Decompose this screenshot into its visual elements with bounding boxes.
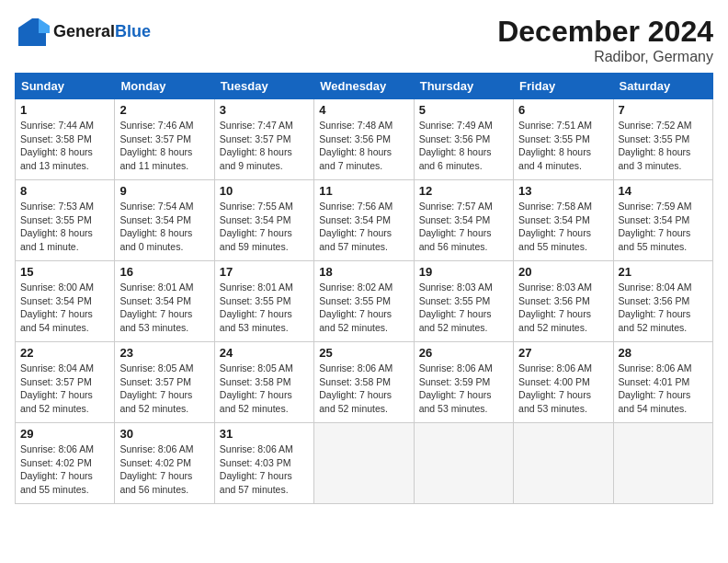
day-info: Sunrise: 8:06 AM Sunset: 4:03 PM Dayligh… xyxy=(220,442,309,497)
day-number: 15 xyxy=(20,265,109,279)
table-cell: 28Sunrise: 8:06 AM Sunset: 4:01 PM Dayli… xyxy=(613,342,712,423)
day-number: 21 xyxy=(619,265,708,279)
day-info: Sunrise: 7:58 AM Sunset: 3:54 PM Dayligh… xyxy=(518,200,608,254)
title-block: December 2024 Radibor, Germany xyxy=(497,15,713,65)
day-number: 23 xyxy=(119,346,209,360)
day-number: 25 xyxy=(319,346,408,360)
day-info: Sunrise: 8:06 AM Sunset: 4:02 PM Dayligh… xyxy=(20,442,109,497)
day-info: Sunrise: 8:06 AM Sunset: 4:02 PM Dayligh… xyxy=(119,442,209,497)
day-info: Sunrise: 8:06 AM Sunset: 4:00 PM Dayligh… xyxy=(518,362,608,416)
day-info: Sunrise: 7:57 AM Sunset: 3:54 PM Dayligh… xyxy=(419,200,508,254)
table-cell: 16Sunrise: 8:01 AM Sunset: 3:54 PM Dayli… xyxy=(115,261,214,342)
table-cell: 17Sunrise: 8:01 AM Sunset: 3:55 PM Dayli… xyxy=(214,261,313,342)
day-info: Sunrise: 8:06 AM Sunset: 3:59 PM Dayligh… xyxy=(419,362,508,416)
table-cell: 30Sunrise: 8:06 AM Sunset: 4:02 PM Dayli… xyxy=(115,423,214,504)
col-monday: Monday xyxy=(115,74,214,99)
calendar-header-row: Sunday Monday Tuesday Wednesday Thursday… xyxy=(16,74,713,99)
table-cell: 14Sunrise: 7:59 AM Sunset: 3:54 PM Dayli… xyxy=(613,180,712,261)
col-sunday: Sunday xyxy=(16,74,115,99)
page-header: GeneralBlue December 2024 Radibor, Germa… xyxy=(15,15,713,65)
table-cell: 7Sunrise: 7:52 AM Sunset: 3:55 PM Daylig… xyxy=(613,99,712,180)
day-number: 8 xyxy=(20,184,109,198)
day-number: 9 xyxy=(119,184,209,198)
table-cell: 31Sunrise: 8:06 AM Sunset: 4:03 PM Dayli… xyxy=(214,423,313,504)
table-cell: 21Sunrise: 8:04 AM Sunset: 3:56 PM Dayli… xyxy=(613,261,712,342)
day-number: 10 xyxy=(220,184,309,198)
day-info: Sunrise: 7:49 AM Sunset: 3:56 PM Dayligh… xyxy=(419,119,508,173)
day-number: 12 xyxy=(419,184,508,198)
day-info: Sunrise: 7:47 AM Sunset: 3:57 PM Dayligh… xyxy=(220,119,309,173)
day-number: 17 xyxy=(220,265,309,279)
calendar-title: December 2024 xyxy=(497,15,713,49)
day-info: Sunrise: 8:04 AM Sunset: 3:57 PM Dayligh… xyxy=(20,362,109,416)
day-number: 22 xyxy=(20,346,109,360)
day-number: 2 xyxy=(119,103,209,117)
table-cell: 8Sunrise: 7:53 AM Sunset: 3:55 PM Daylig… xyxy=(16,180,115,261)
day-number: 19 xyxy=(419,265,508,279)
day-info: Sunrise: 7:44 AM Sunset: 3:58 PM Dayligh… xyxy=(20,119,109,173)
day-info: Sunrise: 7:52 AM Sunset: 3:55 PM Dayligh… xyxy=(619,119,708,173)
table-cell: 15Sunrise: 8:00 AM Sunset: 3:54 PM Dayli… xyxy=(16,261,115,342)
logo-text: GeneralBlue xyxy=(53,23,151,41)
table-cell: 18Sunrise: 8:02 AM Sunset: 3:55 PM Dayli… xyxy=(314,261,414,342)
table-cell: 27Sunrise: 8:06 AM Sunset: 4:00 PM Dayli… xyxy=(514,342,613,423)
day-number: 14 xyxy=(619,184,708,198)
day-info: Sunrise: 8:00 AM Sunset: 3:54 PM Dayligh… xyxy=(20,281,109,335)
day-number: 26 xyxy=(419,346,508,360)
table-cell: 24Sunrise: 8:05 AM Sunset: 3:58 PM Dayli… xyxy=(214,342,313,423)
table-cell: 19Sunrise: 8:03 AM Sunset: 3:55 PM Dayli… xyxy=(414,261,513,342)
day-info: Sunrise: 8:01 AM Sunset: 3:55 PM Dayligh… xyxy=(220,281,309,335)
day-number: 11 xyxy=(319,184,408,198)
day-number: 27 xyxy=(518,346,608,360)
table-cell: 10Sunrise: 7:55 AM Sunset: 3:54 PM Dayli… xyxy=(214,180,313,261)
day-info: Sunrise: 8:03 AM Sunset: 3:55 PM Dayligh… xyxy=(419,281,508,335)
calendar-subtitle: Radibor, Germany xyxy=(497,49,713,65)
svg-marker-1 xyxy=(39,18,50,33)
day-info: Sunrise: 7:55 AM Sunset: 3:54 PM Dayligh… xyxy=(220,200,309,254)
day-info: Sunrise: 7:56 AM Sunset: 3:54 PM Dayligh… xyxy=(319,200,408,254)
day-info: Sunrise: 8:04 AM Sunset: 3:56 PM Dayligh… xyxy=(619,281,708,335)
table-cell: 13Sunrise: 7:58 AM Sunset: 3:54 PM Dayli… xyxy=(514,180,613,261)
day-info: Sunrise: 8:03 AM Sunset: 3:56 PM Dayligh… xyxy=(518,281,608,335)
table-cell: 25Sunrise: 8:06 AM Sunset: 3:58 PM Dayli… xyxy=(314,342,414,423)
day-info: Sunrise: 8:05 AM Sunset: 3:58 PM Dayligh… xyxy=(220,362,309,416)
table-cell: 20Sunrise: 8:03 AM Sunset: 3:56 PM Dayli… xyxy=(514,261,613,342)
col-friday: Friday xyxy=(514,74,613,99)
day-info: Sunrise: 7:51 AM Sunset: 3:55 PM Dayligh… xyxy=(518,119,608,173)
day-info: Sunrise: 7:59 AM Sunset: 3:54 PM Dayligh… xyxy=(619,200,708,254)
day-number: 31 xyxy=(220,427,309,441)
week-row-3: 22Sunrise: 8:04 AM Sunset: 3:57 PM Dayli… xyxy=(16,342,713,423)
day-number: 4 xyxy=(319,103,408,117)
table-cell: 1Sunrise: 7:44 AM Sunset: 3:58 PM Daylig… xyxy=(16,99,115,180)
day-number: 29 xyxy=(20,427,109,441)
table-cell: 22Sunrise: 8:04 AM Sunset: 3:57 PM Dayli… xyxy=(16,342,115,423)
week-row-2: 15Sunrise: 8:00 AM Sunset: 3:54 PM Dayli… xyxy=(16,261,713,342)
day-number: 1 xyxy=(20,103,109,117)
table-cell: 3Sunrise: 7:47 AM Sunset: 3:57 PM Daylig… xyxy=(214,99,313,180)
day-info: Sunrise: 8:01 AM Sunset: 3:54 PM Dayligh… xyxy=(119,281,209,335)
table-cell: 12Sunrise: 7:57 AM Sunset: 3:54 PM Dayli… xyxy=(414,180,513,261)
table-cell: 23Sunrise: 8:05 AM Sunset: 3:57 PM Dayli… xyxy=(115,342,214,423)
week-row-0: 1Sunrise: 7:44 AM Sunset: 3:58 PM Daylig… xyxy=(16,99,713,180)
table-cell: 9Sunrise: 7:54 AM Sunset: 3:54 PM Daylig… xyxy=(115,180,214,261)
day-info: Sunrise: 8:05 AM Sunset: 3:57 PM Dayligh… xyxy=(119,362,209,416)
table-cell: 29Sunrise: 8:06 AM Sunset: 4:02 PM Dayli… xyxy=(16,423,115,504)
day-info: Sunrise: 7:48 AM Sunset: 3:56 PM Dayligh… xyxy=(319,119,408,173)
table-cell: 26Sunrise: 8:06 AM Sunset: 3:59 PM Dayli… xyxy=(414,342,513,423)
day-info: Sunrise: 7:46 AM Sunset: 3:57 PM Dayligh… xyxy=(119,119,209,173)
day-info: Sunrise: 7:54 AM Sunset: 3:54 PM Dayligh… xyxy=(119,200,209,254)
day-number: 24 xyxy=(220,346,309,360)
day-number: 28 xyxy=(619,346,708,360)
svg-marker-2 xyxy=(32,18,39,33)
day-number: 7 xyxy=(619,103,708,117)
day-info: Sunrise: 7:53 AM Sunset: 3:55 PM Dayligh… xyxy=(20,200,109,254)
table-cell xyxy=(613,423,712,504)
table-cell: 4Sunrise: 7:48 AM Sunset: 3:56 PM Daylig… xyxy=(314,99,414,180)
table-cell xyxy=(514,423,613,504)
table-cell: 5Sunrise: 7:49 AM Sunset: 3:56 PM Daylig… xyxy=(414,99,513,180)
day-number: 13 xyxy=(518,184,608,198)
day-number: 6 xyxy=(518,103,608,117)
table-cell: 2Sunrise: 7:46 AM Sunset: 3:57 PM Daylig… xyxy=(115,99,214,180)
day-number: 18 xyxy=(319,265,408,279)
day-number: 3 xyxy=(220,103,309,117)
